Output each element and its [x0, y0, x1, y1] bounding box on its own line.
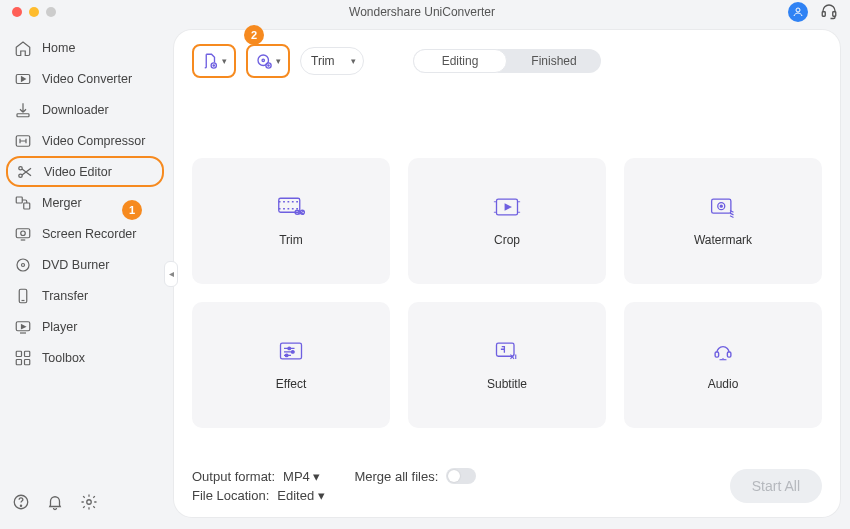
tile-audio[interactable]: Audio	[624, 302, 822, 428]
trim-icon	[277, 195, 305, 219]
svg-rect-17	[25, 351, 30, 356]
status-tabs: Editing Finished	[413, 49, 601, 73]
svg-rect-8	[16, 197, 22, 203]
svg-rect-9	[24, 203, 30, 209]
sidebar-item-video-compressor[interactable]: Video Compressor	[6, 125, 164, 156]
svg-point-25	[262, 59, 264, 61]
collapse-sidebar-button[interactable]: ◂	[164, 261, 178, 287]
svg-rect-18	[16, 359, 21, 364]
tab-label: Finished	[531, 54, 576, 68]
downloader-icon	[14, 101, 32, 119]
merge-toggle[interactable]	[446, 468, 476, 484]
sidebar-item-player[interactable]: Player	[6, 311, 164, 342]
help-button[interactable]	[12, 493, 30, 511]
zoom-window-button[interactable]	[46, 7, 56, 17]
user-icon	[792, 6, 804, 18]
sidebar-item-label: DVD Burner	[42, 258, 109, 272]
add-disc-button[interactable]: ▾	[246, 44, 290, 78]
sidebar-footer	[6, 487, 164, 521]
settings-button[interactable]	[80, 493, 98, 511]
transfer-icon	[14, 287, 32, 305]
sidebar: Home Video Converter Downloader Video Co…	[0, 24, 170, 529]
tile-label: Crop	[494, 233, 520, 247]
sidebar-item-downloader[interactable]: Downloader	[6, 94, 164, 125]
svg-rect-19	[25, 359, 30, 364]
crop-icon	[493, 195, 521, 219]
sidebar-item-video-editor[interactable]: Video Editor	[6, 156, 164, 187]
file-location-label: File Location:	[192, 488, 269, 503]
footer: Output format: MP4 ▾ Merge all files: Fi…	[192, 468, 822, 503]
sidebar-item-toolbox[interactable]: Toolbox	[6, 342, 164, 373]
sidebar-item-label: Merger	[42, 196, 82, 210]
file-location-value: Edited	[277, 488, 314, 503]
chevron-down-icon: ▾	[313, 469, 320, 484]
sidebar-item-home[interactable]: Home	[6, 32, 164, 63]
account-button[interactable]	[788, 2, 808, 22]
sidebar-item-label: Toolbox	[42, 351, 85, 365]
tile-crop[interactable]: Crop	[408, 158, 606, 284]
scissors-icon	[16, 163, 34, 181]
sidebar-item-dvd-burner[interactable]: DVD Burner	[6, 249, 164, 280]
sidebar-item-label: Downloader	[42, 103, 109, 117]
action-select[interactable]: Trim ▾	[300, 47, 364, 75]
sidebar-item-label: Screen Recorder	[42, 227, 137, 241]
output-format-value: MP4	[283, 469, 310, 484]
sidebar-item-video-converter[interactable]: Video Converter	[6, 63, 164, 94]
tile-label: Trim	[279, 233, 303, 247]
toolbar: 2 ▾ ▾ Trim ▾ Editing Finished	[192, 44, 822, 78]
svg-rect-1	[822, 11, 825, 16]
recorder-icon	[14, 225, 32, 243]
support-button[interactable]	[820, 2, 838, 23]
toolbox-icon	[14, 349, 32, 367]
svg-point-35	[288, 347, 291, 350]
sidebar-item-label: Video Editor	[44, 165, 112, 179]
chevron-down-icon: ▾	[351, 56, 356, 66]
chevron-down-icon: ▾	[276, 56, 281, 66]
sidebar-item-transfer[interactable]: Transfer	[6, 280, 164, 311]
editor-tiles: Trim Crop Watermark Effect Subtitle	[192, 98, 822, 468]
notifications-button[interactable]	[46, 493, 64, 511]
window-controls	[12, 7, 56, 17]
minimize-window-button[interactable]	[29, 7, 39, 17]
tile-effect[interactable]: Effect	[192, 302, 390, 428]
merger-icon	[14, 194, 32, 212]
svg-rect-38	[497, 343, 515, 356]
svg-point-0	[796, 8, 800, 12]
compressor-icon	[14, 132, 32, 150]
close-window-button[interactable]	[12, 7, 22, 17]
home-icon	[14, 39, 32, 57]
svg-point-21	[20, 505, 21, 506]
file-location-select[interactable]: Edited ▾	[277, 488, 325, 503]
tab-editing[interactable]: Editing	[413, 49, 507, 73]
svg-point-11	[21, 231, 26, 236]
titlebar: Wondershare UniConverter	[0, 0, 850, 24]
start-all-button[interactable]: Start All	[730, 469, 822, 503]
svg-point-22	[87, 500, 92, 505]
sidebar-item-screen-recorder[interactable]: Screen Recorder	[6, 218, 164, 249]
annotation-marker-2: 2	[244, 25, 264, 45]
svg-rect-16	[16, 351, 21, 356]
sidebar-item-label: Home	[42, 41, 75, 55]
merge-label: Merge all files:	[354, 469, 438, 484]
annotation-marker-1: 1	[122, 200, 142, 220]
svg-rect-2	[833, 11, 836, 16]
add-file-button[interactable]: ▾	[192, 44, 236, 78]
svg-point-36	[291, 351, 294, 354]
sidebar-item-label: Video Compressor	[42, 134, 145, 148]
sidebar-item-label: Player	[42, 320, 77, 334]
output-format-label: Output format:	[192, 469, 275, 484]
tile-subtitle[interactable]: Subtitle	[408, 302, 606, 428]
svg-point-37	[285, 354, 288, 357]
tab-finished[interactable]: Finished	[507, 49, 601, 73]
player-icon	[14, 318, 32, 336]
effect-icon	[277, 339, 305, 363]
headset-icon	[820, 2, 838, 20]
svg-point-33	[720, 205, 722, 207]
output-format-select[interactable]: MP4 ▾	[283, 469, 320, 484]
audio-icon	[709, 339, 737, 363]
app-window: Wondershare UniConverter Home Video Conv…	[0, 0, 850, 529]
tile-trim[interactable]: Trim	[192, 158, 390, 284]
tile-watermark[interactable]: Watermark	[624, 158, 822, 284]
sidebar-item-label: Video Converter	[42, 72, 132, 86]
sidebar-item-label: Transfer	[42, 289, 88, 303]
